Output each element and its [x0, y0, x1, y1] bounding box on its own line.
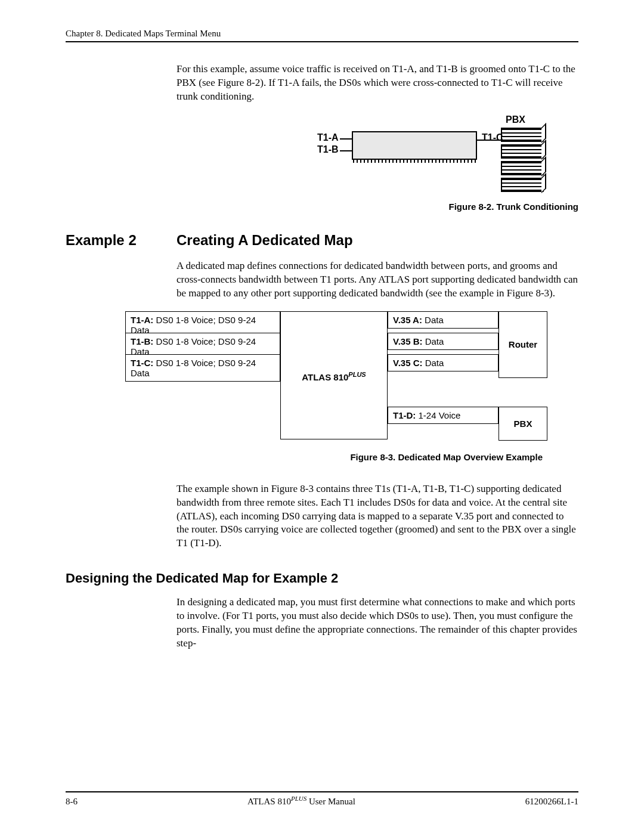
example2-title: Creating A Dedicated Map	[177, 232, 353, 249]
pbx-box: PBX	[499, 407, 547, 441]
intro-paragraph: For this example, assume voice traffic i…	[177, 63, 578, 104]
pbx-stack-icon	[501, 128, 544, 194]
t1c-label: T1-C	[482, 132, 503, 143]
figure-8-2-caption: Figure 8-2. Trunk Conditioning	[177, 202, 578, 212]
example2-label: Example 2	[66, 232, 177, 249]
t1d-cell: T1-D: 1-24 Voice	[388, 407, 499, 424]
line-t1c	[477, 140, 501, 141]
designing-heading: Designing the Dedicated Map for Example …	[66, 571, 578, 586]
example2-paragraph: A dedicated map defines connections for …	[177, 259, 578, 301]
pbx-label: PBX	[506, 114, 525, 125]
v35b-cell: V.35 B: Data	[388, 333, 499, 350]
t1b-label: T1-B	[317, 144, 339, 155]
footer-docid: 61200266L1-1	[525, 797, 578, 807]
atlas-chassis-icon	[352, 131, 477, 160]
line-t1b	[340, 150, 352, 151]
page-number: 8-6	[66, 797, 78, 807]
figure-8-3: T1-A: DS0 1-8 Voice; DS0 9-24 Data T1-B:…	[125, 311, 561, 448]
footer-rule	[66, 791, 578, 792]
t1c-cell: T1-C: DS0 1-8 Voice; DS0 9-24 Data	[125, 354, 280, 382]
figure-8-3-caption: Figure 8-3. Dedicated Map Overview Examp…	[66, 452, 543, 462]
chapter-header: Chapter 8. Dedicated Maps Terminal Menu	[66, 29, 578, 39]
example2-heading: Example 2 Creating A Dedicated Map	[66, 232, 578, 249]
figure-8-2: PBX T1-A T1-B T1-C	[177, 114, 578, 198]
page-footer: 8-6 ATLAS 810PLUS User Manual 61200266L1…	[66, 795, 578, 807]
example2-after-paragraph: The example shown in Figure 8-3 contains…	[177, 482, 578, 551]
router-box: Router	[499, 311, 547, 378]
header-rule	[66, 41, 578, 42]
v35c-cell: V.35 C: Data	[388, 354, 499, 371]
designing-paragraph: In designing a dedicated map, you must f…	[177, 596, 578, 651]
line-t1a	[340, 138, 352, 140]
v35a-cell: V.35 A: Data	[388, 311, 499, 329]
atlas-label: ATLAS 810PLUS	[286, 371, 382, 382]
t1a-label: T1-A	[317, 132, 339, 143]
footer-center: ATLAS 810PLUS User Manual	[247, 795, 355, 807]
